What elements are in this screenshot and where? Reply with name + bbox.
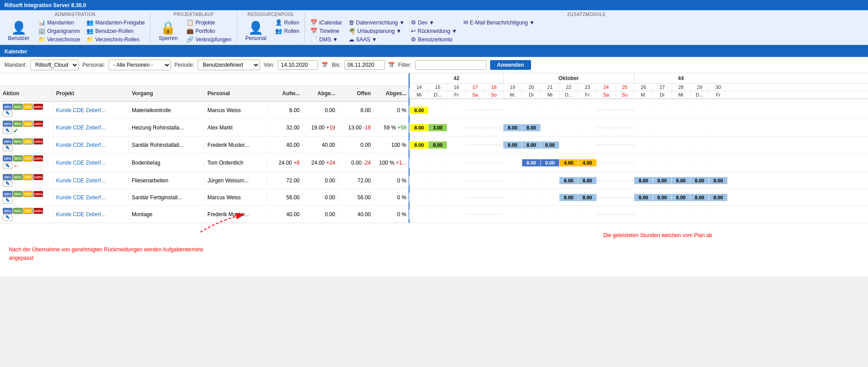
btn-100-r6[interactable]: 100% [33,191,43,197]
ribbon-item-email[interactable]: ✉ E-Mail Benachrichtigung ▼ [462,19,536,26]
apply-button[interactable]: Anwenden [490,60,531,70]
ribbon-item-benutzerkonto[interactable]: ⚙ Benutzerkonto [409,36,459,43]
btn-25-r7[interactable]: 25% [3,208,12,214]
cal-r2-d15[interactable]: 3.00 [428,124,447,131]
btn-75-r5[interactable]: 75% [23,174,33,180]
cal-r2-d19[interactable]: 8.00 [503,124,522,131]
btn-edit[interactable]: ✎ [3,110,12,117]
cal-r6-d27[interactable]: 8.00 [653,194,671,201]
cal-r6-d23[interactable]: 8.00 [578,194,596,201]
ribbon-item-portfolio[interactable]: 💼 Portfolio [185,27,233,35]
btn-50-r3[interactable]: 50% [13,138,23,145]
cal-r1-d14[interactable]: 8.00 [410,107,428,114]
btn-25-r3[interactable]: 25% [3,138,12,145]
btn-50[interactable]: 50% [13,104,23,110]
cal-r5-d29[interactable]: 8.00 [690,177,709,184]
ribbon-item-team[interactable]: 👥 Rollen [273,27,301,35]
btn-50-r2[interactable]: 50% [13,121,23,127]
btn-100[interactable]: 100% [33,104,43,110]
btn-75-r6[interactable]: 75% [23,191,33,197]
cal-r6-d17 [466,197,484,198]
btn-75-r3[interactable]: 75% [23,138,33,145]
ribbon-item-verzeichnisse[interactable]: 📁 Verzeichnisse [37,36,82,43]
ribbon-item-rollen[interactable]: 👤 Rollen [273,19,301,26]
cal-r4-d22[interactable]: 4.00 [559,159,578,166]
ribbon-item-rueckmeldung[interactable]: ↩ Rückmeldung ▼ [409,27,459,35]
von-input[interactable] [278,60,318,70]
btn-50-r6[interactable]: 50% [13,191,23,197]
cal-r6-d26[interactable]: 8.00 [634,194,653,201]
btn-100-r3[interactable]: 100% [33,138,43,145]
cal-r5-d27[interactable]: 8.00 [653,177,671,184]
personal-select[interactable]: - Alle Personen - [109,60,171,70]
cal-r4-d21[interactable]: 8.00 [540,159,559,166]
cal-r3-d21[interactable]: 8.00 [540,141,559,149]
sperren-label: Sperren [158,35,178,41]
ribbon-col-admin2: 👥 Mandanten-Freigabe 👥 Benutzer-Rollen 📁… [85,19,146,43]
btn-25-r4[interactable]: 25% [3,155,12,161]
cal-r6-d30[interactable]: 8.00 [709,194,727,201]
ribbon-item-icalendar[interactable]: 📅 iCalendar [308,19,344,26]
btn-75-r2[interactable]: 75% [23,121,33,127]
btn-50-r4[interactable]: 50% [13,155,23,161]
filter-input[interactable] [415,60,487,70]
cal-r3-d15[interactable]: 8.00 [428,141,447,149]
ribbon-item-saas[interactable]: ☁ SAAS ▼ [347,36,406,43]
mandant-select[interactable]: Rillsoft_Cloud [30,60,79,70]
ribbon-col-admin: 📊 Mandanten 🏢 Organigramm 📁 Verzeichniss… [37,19,82,43]
btn-100-r7[interactable]: 100% [33,208,43,214]
cal-r3-d20[interactable]: 8.00 [522,141,540,149]
ribbon-item-dev[interactable]: ⚙ Dev ▼ [409,19,459,26]
cal-r5-d30[interactable]: 8.00 [709,177,727,184]
cal-r5-d28[interactable]: 8.00 [671,177,690,184]
ribbon-item-benutzer[interactable]: 👤 Benutzer [4,19,34,43]
btn-edit-r2[interactable]: ✎ [3,128,12,134]
ribbon-item-timeline[interactable]: 📅 Timeline [308,27,344,35]
cal-r5-d23[interactable]: 8.00 [578,177,596,184]
ribbon-item-mandanten[interactable]: 📊 Mandanten [37,19,82,26]
cal-r4-d23[interactable]: 4.00 [578,159,596,166]
btn-25-r5[interactable]: 25% [3,174,12,180]
cal-r2-d20[interactable]: 8.00 [522,124,540,131]
btn-50-r5[interactable]: 50% [13,174,23,180]
cal-r3-d19[interactable]: 8.00 [503,141,522,149]
cal-r6-d29[interactable]: 8.00 [690,194,709,201]
cal-r3-d14[interactable]: 8.00 [410,141,428,149]
btn-edit-r4[interactable]: ✎ [3,163,12,169]
btn-edit-r6[interactable]: ✎ [3,198,12,204]
cal-r2-d14[interactable]: 8.00 [410,124,428,131]
periode-select[interactable]: Benutzerdefiniert [198,60,260,70]
btn-edit-r3[interactable]: ✎ [3,145,12,151]
btn-75-r4[interactable]: 75% [23,155,33,161]
cal-r4-d20[interactable]: 8.00 [522,159,540,166]
btn-100-r5[interactable]: 100% [33,174,43,180]
btn-75-r7[interactable]: 75% [23,208,33,214]
ribbon-item-dms[interactable]: 📄 DMS ▼ [308,36,344,43]
btn-edit-r7[interactable]: ✎ [3,214,12,221]
ribbon-item-datenvernichtung[interactable]: 🗑 Datenvernichtung ▼ [347,19,406,26]
btn-25-r6[interactable]: 25% [3,191,12,197]
ribbon-item-verknuepfungen[interactable]: 🔗 Verknüpfungen [185,36,233,43]
cal-r5-d22[interactable]: 8.00 [559,177,578,184]
calendar-icon-bis[interactable]: 📅 [388,62,395,68]
bis-input[interactable] [345,60,385,70]
ribbon-item-personal[interactable]: 👤 Personal [241,19,271,43]
ribbon-item-mandanten-freigabe[interactable]: 👥 Mandanten-Freigabe [85,19,146,26]
ribbon-item-projekte[interactable]: 📋 Projekte [185,19,233,26]
ribbon-item-verzeichnis-rollen[interactable]: 📁 Verzeichnis-Rollen [85,36,146,43]
btn-25[interactable]: 25% [3,104,12,110]
cal-r5-d26[interactable]: 8.00 [634,177,653,184]
btn-100-r2[interactable]: 100% [33,121,43,127]
btn-50-r7[interactable]: 50% [13,208,23,214]
calendar-icon-von[interactable]: 📅 [321,62,328,68]
cal-r6-d22[interactable]: 8.00 [559,194,578,201]
btn-edit-r5[interactable]: ✎ [3,181,12,187]
btn-25-r2[interactable]: 25% [3,121,12,127]
btn-75[interactable]: 75% [23,104,33,110]
cal-r6-d28[interactable]: 8.00 [671,194,690,201]
ribbon-item-benutzer-rollen[interactable]: 👥 Benutzer-Rollen [85,27,146,35]
ribbon-item-urlaubsplanung[interactable]: 🌴 Urlaubsplanung ▼ [347,27,406,35]
ribbon-item-sperren[interactable]: 🔒 Sperren [154,19,182,43]
btn-100-r4[interactable]: 100% [33,155,43,161]
ribbon-item-organigramm[interactable]: 🏢 Organigramm [37,27,82,35]
